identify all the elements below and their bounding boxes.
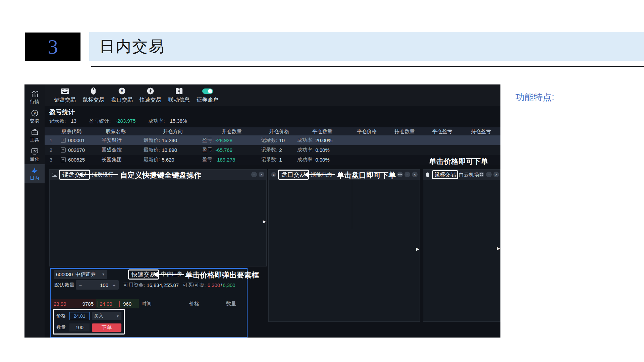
banner: 日内交易 <box>89 32 644 61</box>
svg-text:¥: ¥ <box>121 88 123 94</box>
record-count-label: 记录数: <box>261 147 277 153</box>
column-header: 开仓方向 <box>144 128 202 135</box>
stock-name-cell: 国盛金控 <box>102 147 144 153</box>
expander-icon[interactable]: + <box>61 138 66 143</box>
latest-price-label: 最新价: <box>144 147 160 153</box>
record-count-label: 记录数: <box>261 157 277 163</box>
sidebar-item-trade[interactable]: ¥交易 <box>24 107 45 126</box>
quick-trading-window: 600030 中信证券 ▼ 快速交易 中信证券 单击价格即弹出要素框 默认数量 … <box>50 268 248 338</box>
sidebar-item-market[interactable]: 行情 <box>24 88 45 107</box>
qty-input[interactable]: 100 <box>69 323 90 331</box>
gear-icon[interactable] <box>397 172 403 177</box>
record-count-value: 10 <box>279 137 285 143</box>
column-header: 开仓价格 <box>261 128 297 135</box>
minimize-icon[interactable]: − <box>486 172 492 177</box>
expander-icon[interactable]: + <box>61 157 66 162</box>
close-icon[interactable]: × <box>259 172 264 177</box>
sidebar-item-intraday[interactable]: 日内 <box>24 164 45 183</box>
popup-price-row: 价格 24.01 买入▼ <box>56 312 121 320</box>
bid-cell[interactable]: 23.99 9785 <box>51 299 96 308</box>
sidebar-item-label: 交易 <box>30 118 39 124</box>
column-header: 平仓数量 <box>297 128 347 135</box>
price-input[interactable]: 24.01 <box>69 312 90 320</box>
keyboard-window-titlebar[interactable]: 键盘交易 浦发银行 自定义快捷键全键盘操作 − × <box>50 170 266 180</box>
record-count-value: 2 <box>279 147 282 153</box>
slide-page: 3 日内交易 行情¥交易工具量化日内 键盘交易鼠标交易¥盘口交易快速交易联动信息… <box>0 0 644 362</box>
minimize-icon[interactable]: − <box>405 172 410 177</box>
column-header: 股票名称 <box>102 128 144 135</box>
bolt-icon <box>147 87 154 95</box>
ask-cell[interactable]: 24.00 960 <box>96 299 139 308</box>
mouse-window-subtitle: 白云机场 <box>459 172 479 178</box>
link-icon <box>175 87 183 95</box>
panel-expander-icon[interactable]: ▶ <box>263 219 266 224</box>
bid-price: 23.99 <box>54 301 66 307</box>
minus-button[interactable]: − <box>78 282 83 288</box>
pnl-value: -28.928 <box>215 137 232 143</box>
toolbar-item-label: 证券账户 <box>197 97 218 104</box>
mouse-icon <box>91 87 96 95</box>
column-header: 平仓价格 <box>347 128 386 135</box>
stock-name-cell: 长园集团 <box>102 157 144 163</box>
gear-icon[interactable] <box>479 172 484 177</box>
sidebar-item-tools[interactable]: 工具 <box>24 126 45 145</box>
mouse-window-titlebar[interactable]: 鼠标交易 白云机场 − × <box>423 170 500 180</box>
mouse-form <box>423 180 500 182</box>
minimize-icon[interactable]: − <box>251 172 257 177</box>
keyboard-icon <box>61 87 69 95</box>
table-row[interactable]: 1+000001平安银行最新价:15.240盈亏:-28.928记录数:10成功… <box>45 135 500 145</box>
pnl-stats-title: 盈亏统计 <box>49 108 75 117</box>
toolbar-item-mouse[interactable]: 鼠标交易 <box>79 87 108 104</box>
slide-number: 3 <box>25 33 80 61</box>
page-title: 日内交易 <box>99 36 165 57</box>
svg-text:¥: ¥ <box>272 173 275 177</box>
records-label: 记录数: <box>49 118 66 124</box>
close-icon[interactable]: × <box>493 172 499 177</box>
book-annotation: 单击盘口即可下单 <box>337 170 396 180</box>
latest-price-value: 5.620 <box>162 157 174 163</box>
quick-window-header: 600030 中信证券 ▼ 快速交易 中信证券 单击价格即弹出要素框 <box>51 269 247 280</box>
success-rate-value: 20.00% <box>315 137 332 143</box>
intraday-icon <box>31 166 39 174</box>
panel-expander-icon[interactable]: ▶ <box>416 247 419 251</box>
sidebar-item-quant[interactable]: 量化 <box>24 145 45 164</box>
record-count: 记录数:2 <box>261 147 297 153</box>
column-header: 股票代码 <box>57 128 102 135</box>
sellable-qty: 6,300 <box>223 282 235 288</box>
sidebar-item-label: 行情 <box>30 99 39 105</box>
features-heading: 功能特点: <box>516 91 642 103</box>
panel-expander-icon[interactable]: ▶ <box>497 246 500 251</box>
default-qty-label: 默认数量 <box>54 282 76 288</box>
place-order-button[interactable]: 下单 <box>92 323 121 332</box>
row-index: 1 <box>45 137 57 143</box>
quick-stats-row <box>51 290 247 299</box>
expander-icon[interactable]: + <box>61 147 66 153</box>
quick-stock-select[interactable]: 600030 中信证券 ▼ <box>54 270 107 279</box>
col-qty: 数量 <box>226 301 236 307</box>
toolbar-item-yen[interactable]: ¥盘口交易 <box>108 87 136 104</box>
toolbar-item-label: 盘口交易 <box>111 97 133 104</box>
app-main: 键盘交易鼠标交易¥盘口交易快速交易联动信息证券账户 盈亏统计 记录数: 13 盈… <box>45 84 500 338</box>
plus-button[interactable]: + <box>112 282 116 288</box>
toolbar-item-keyboard[interactable]: 键盘交易 <box>51 87 79 104</box>
close-icon[interactable]: × <box>412 172 418 177</box>
table-row[interactable]: 2+002670国盛金控最新价:10.890盈亏:-65.769记录数:2成功率… <box>45 145 500 155</box>
toolbar-item-toggle[interactable]: 证券账户 <box>193 87 222 104</box>
qty-label: 数量 <box>56 324 67 330</box>
toolbar-item-link[interactable]: 联动信息 <box>165 87 193 104</box>
book-window-titlebar[interactable]: ¥ 盘口交易 浙能电力 单击盘口即可下单 − × <box>269 170 420 180</box>
side-select[interactable]: 买入▼ <box>92 312 121 320</box>
pnl: 盈亏:-65.769 <box>202 147 261 153</box>
stock-code-cell: +000001 <box>57 137 102 143</box>
stock-name-cell: 平安银行 <box>102 137 144 143</box>
toolbar-item-bolt[interactable]: 快速交易 <box>136 87 165 104</box>
yen-icon: ¥ <box>118 87 126 95</box>
keyboard-annotation: 自定义快捷键全键盘操作 <box>120 170 201 180</box>
record-count-label: 记录数: <box>261 137 277 143</box>
buy-sell-qty-label: 可买/可卖: <box>183 282 206 288</box>
ask-price-box[interactable]: 24.00 <box>98 301 120 307</box>
default-qty-stepper[interactable]: − 100 + <box>76 280 119 290</box>
annotation-arrow <box>308 174 335 175</box>
pnl-stats-line: 记录数: 13 盈亏统计: -283.975 成功率: 15.38% <box>49 118 196 124</box>
keyboard-trading-window: 键盘交易 浦发银行 自定义快捷键全键盘操作 − × ▶ <box>49 169 267 266</box>
